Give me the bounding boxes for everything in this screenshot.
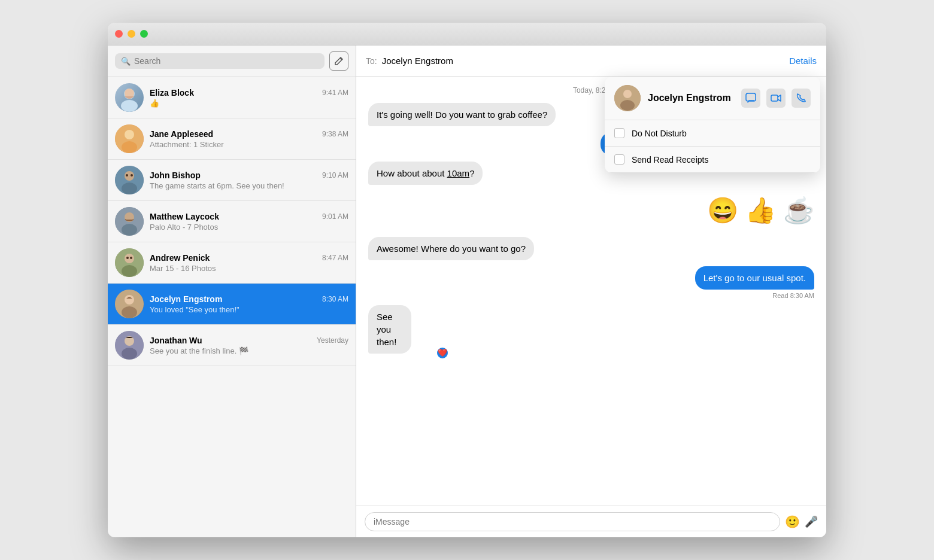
avatar-eliza <box>115 83 144 112</box>
message-4-emoji: 😄 👍 ☕ <box>707 191 814 231</box>
conv-item-john-bishop[interactable]: John Bishop 9:10 AM The game starts at 6… <box>108 160 356 201</box>
svg-point-21 <box>122 306 137 318</box>
svg-point-10 <box>131 174 133 176</box>
popup-option-read-receipts[interactable]: Send Read Receipts <box>605 147 820 173</box>
message-1: It's going well! Do you want to grab cof… <box>368 103 556 126</box>
conv-info-jocelyn: Jocelyn Engstrom 8:30 AM You loved "See … <box>150 294 348 314</box>
sidebar: 🔍 <box>108 45 356 537</box>
search-bar[interactable]: 🔍 <box>115 53 325 69</box>
read-receipts-checkbox[interactable] <box>614 154 624 165</box>
main-content: 🔍 <box>108 45 826 537</box>
heart-reaction: ❤️ <box>436 346 449 360</box>
emoji-button[interactable]: 🙂 <box>785 515 800 529</box>
svg-point-20 <box>125 295 134 305</box>
svg-rect-28 <box>746 93 756 101</box>
conv-item-jocelyn-engstrom[interactable]: Jocelyn Engstrom 8:30 AM You loved "See … <box>108 284 356 325</box>
conv-item-andrew-penick[interactable]: Andrew Penick 8:47 AM Mar 15 - 16 Photos <box>108 242 356 284</box>
svg-point-26 <box>623 90 632 98</box>
popup-phone-button[interactable] <box>792 89 811 108</box>
svg-point-4 <box>125 130 134 139</box>
conv-preview-andrew: Mar 15 - 16 Photos <box>150 264 348 273</box>
popup-option-dnd[interactable]: Do Not Disturb <box>605 120 820 147</box>
conv-time-jonathan: Yesterday <box>317 336 348 345</box>
conv-item-eliza-block[interactable]: Eliza Block 9:41 AM 👍 <box>108 77 356 118</box>
conv-name-john: John Bishop <box>150 171 201 180</box>
conv-preview-eliza: 👍 <box>150 99 348 108</box>
conv-time-eliza: 9:41 AM <box>322 89 348 97</box>
chat-recipient-name: Jocelyn Engstrom <box>382 56 453 66</box>
conv-preview-john: The game starts at 6pm. See you then! <box>150 181 348 190</box>
conv-preview-jocelyn: You loved "See you then!" <box>150 305 348 314</box>
popup-message-button[interactable] <box>741 89 760 108</box>
svg-point-9 <box>126 174 128 176</box>
message-7-container: See you then! ❤️ <box>368 305 441 354</box>
avatar-jane <box>115 124 144 153</box>
maximize-button[interactable] <box>140 30 148 38</box>
popup-header: Jocelyn Engstrom <box>605 77 820 120</box>
svg-point-17 <box>126 257 129 259</box>
dnd-label: Do Not Disturb <box>632 129 687 138</box>
compose-button[interactable] <box>329 51 348 71</box>
conv-name-matthew: Matthew Laycock <box>150 212 219 221</box>
chat-input-area: 🙂 🎤 <box>356 506 826 537</box>
conv-info-john: John Bishop 9:10 AM The game starts at 6… <box>150 171 348 190</box>
conv-time-matthew: 9:01 AM <box>322 212 348 221</box>
conv-preview-jonathan: See you at the finish line. 🏁 <box>150 346 348 355</box>
title-bar <box>108 23 826 45</box>
mic-button[interactable]: 🎤 <box>805 515 818 528</box>
conv-name-jane: Jane Appleseed <box>150 129 213 139</box>
popup-actions <box>741 89 811 108</box>
conv-name-eliza: Eliza Block <box>150 88 194 98</box>
svg-point-18 <box>130 257 132 259</box>
search-icon: 🔍 <box>121 57 131 66</box>
avatar-john <box>115 166 144 194</box>
svg-point-8 <box>122 182 137 194</box>
read-receipts-label: Send Read Receipts <box>632 155 708 165</box>
minimize-button[interactable] <box>128 30 135 38</box>
message-6: Let's go to our usual spot. <box>695 266 814 290</box>
conv-time-john: 9:10 AM <box>322 171 348 179</box>
conv-item-jane-appleseed[interactable]: Jane Appleseed 9:38 AM Attachment: 1 Sti… <box>108 118 356 160</box>
popup-contact-name: Jocelyn Engstrom <box>648 93 734 104</box>
svg-point-1 <box>121 100 138 112</box>
svg-rect-29 <box>771 95 778 101</box>
avatar-jocelyn <box>115 290 144 318</box>
read-receipt: Read 8:30 AM <box>368 292 814 299</box>
popup-avatar <box>614 85 641 111</box>
conv-time-andrew: 8:47 AM <box>322 254 348 262</box>
message-3: How about about 10am? <box>368 162 483 185</box>
svg-point-24 <box>122 348 137 360</box>
avatar-andrew <box>115 248 144 277</box>
app-window: 🔍 <box>108 23 826 537</box>
conv-item-jonathan-wu[interactable]: Jonathan Wu Yesterday See you at the fin… <box>108 325 356 366</box>
avatar-jonathan <box>115 331 144 360</box>
conv-name-jonathan: Jonathan Wu <box>150 336 202 345</box>
sidebar-header: 🔍 <box>108 45 356 77</box>
message-7: See you then! <box>368 305 411 354</box>
svg-point-27 <box>620 100 635 111</box>
conv-name-jocelyn: Jocelyn Engstrom <box>150 294 222 304</box>
svg-point-16 <box>122 265 137 277</box>
details-popup: Jocelyn Engstrom <box>605 77 820 173</box>
dnd-checkbox[interactable] <box>614 128 624 138</box>
conversations-list: Eliza Block 9:41 AM 👍 <box>108 77 356 537</box>
details-button[interactable]: Details <box>789 56 817 66</box>
svg-point-5 <box>122 141 137 153</box>
message-input[interactable] <box>365 512 780 531</box>
conv-time-jane: 9:38 AM <box>322 130 348 138</box>
chat-area: To: Jocelyn Engstrom Details Today, 8:25… <box>356 45 826 537</box>
avatar-matthew <box>115 207 144 236</box>
svg-point-15 <box>125 254 134 263</box>
conv-info-matthew: Matthew Laycock 9:01 AM Palo Alto - 7 Ph… <box>150 212 348 232</box>
conv-name-andrew: Andrew Penick <box>150 253 210 263</box>
conv-info-andrew: Andrew Penick 8:47 AM Mar 15 - 16 Photos <box>150 253 348 273</box>
conv-info-jane: Jane Appleseed 9:38 AM Attachment: 1 Sti… <box>150 129 348 149</box>
conv-item-matthew-laycock[interactable]: Matthew Laycock 9:01 AM Palo Alto - 7 Ph… <box>108 201 356 242</box>
message-5: Awesome! Where do you want to go? <box>368 237 534 260</box>
conv-preview-matthew: Palo Alto - 7 Photos <box>150 223 348 232</box>
popup-video-button[interactable] <box>766 89 786 108</box>
chat-to-label: To: <box>366 56 377 66</box>
search-input[interactable] <box>134 56 319 66</box>
close-button[interactable] <box>115 30 123 38</box>
chat-header: To: Jocelyn Engstrom Details <box>356 45 826 77</box>
